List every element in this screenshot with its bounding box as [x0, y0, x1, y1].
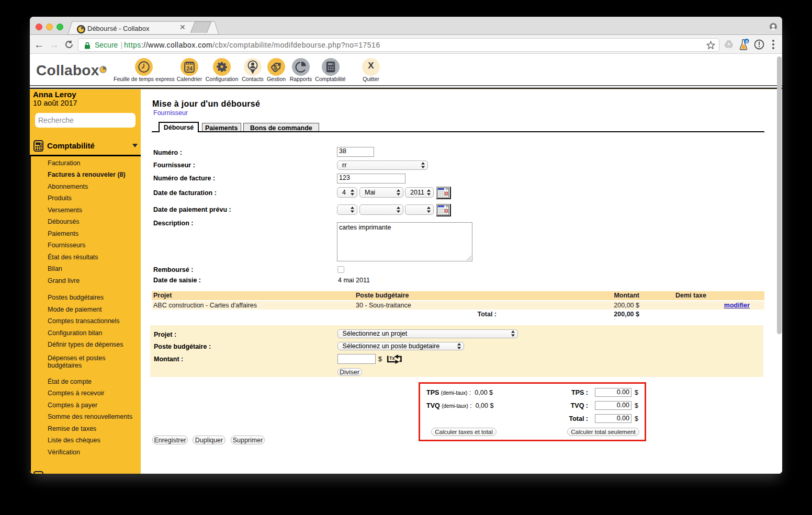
svg-text:9: 9 [746, 39, 748, 44]
svg-text:$: $ [273, 63, 277, 71]
svg-text:24: 24 [186, 65, 193, 72]
svg-text:Tx: Tx [389, 356, 395, 361]
